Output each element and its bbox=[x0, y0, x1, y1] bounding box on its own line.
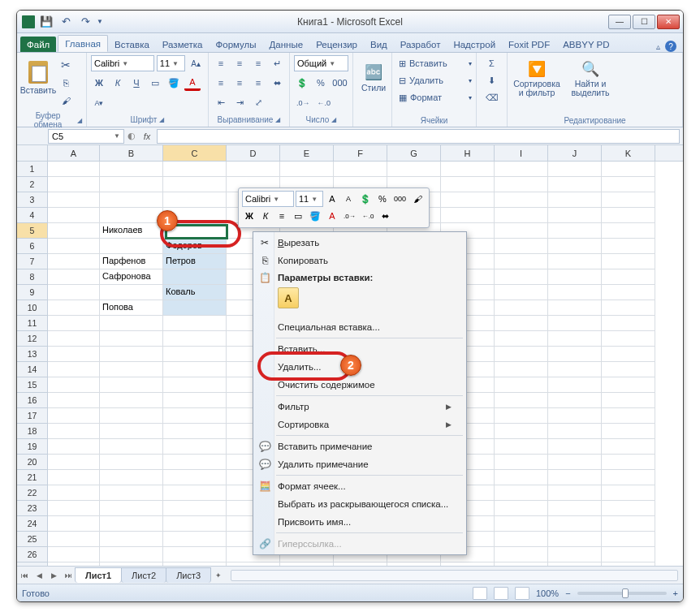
maximize-button[interactable]: ☐ bbox=[633, 15, 655, 29]
cell-A22[interactable] bbox=[48, 485, 100, 501]
row-header-10[interactable]: 10 bbox=[17, 300, 48, 316]
mini-bold[interactable]: Ж bbox=[242, 209, 257, 223]
cell-B26[interactable] bbox=[100, 547, 163, 562]
view-pagebreak-button[interactable] bbox=[515, 587, 529, 600]
cell-B9[interactable] bbox=[100, 285, 163, 300]
cell-I10[interactable] bbox=[495, 300, 548, 316]
col-header-B[interactable]: B bbox=[100, 145, 163, 161]
col-header-F[interactable]: F bbox=[334, 145, 387, 161]
cell-I9[interactable] bbox=[495, 285, 548, 300]
cell-C18[interactable] bbox=[163, 424, 227, 439]
sheet-nav-next[interactable]: ▶ bbox=[46, 571, 61, 580]
border-button[interactable]: ▭ bbox=[147, 75, 163, 91]
cell-H27[interactable] bbox=[441, 562, 495, 566]
format-painter-button[interactable]: 🖌 bbox=[58, 93, 74, 109]
italic-button[interactable]: К bbox=[110, 75, 126, 91]
cell-B10[interactable]: Попова bbox=[100, 300, 163, 316]
cell-A16[interactable] bbox=[48, 393, 100, 408]
tab-review[interactable]: Рецензир bbox=[309, 37, 364, 52]
cell-K1[interactable] bbox=[602, 162, 655, 177]
cell-I18[interactable] bbox=[495, 424, 548, 439]
cell-J2[interactable] bbox=[548, 177, 602, 192]
row-header-4[interactable]: 4 bbox=[17, 208, 48, 223]
row-header-25[interactable]: 25 bbox=[17, 532, 48, 547]
col-header-K[interactable]: K bbox=[602, 145, 655, 161]
cell-C9[interactable]: Коваль bbox=[163, 285, 227, 300]
mini-format-painter[interactable]: 🖌 bbox=[410, 192, 425, 206]
cell-J19[interactable] bbox=[548, 439, 602, 455]
cell-J9[interactable] bbox=[548, 285, 602, 300]
cell-C19[interactable] bbox=[163, 439, 227, 455]
col-header-G[interactable]: G bbox=[387, 145, 441, 161]
cell-C10[interactable] bbox=[163, 300, 227, 316]
cell-I25[interactable] bbox=[495, 532, 548, 547]
cell-C21[interactable] bbox=[163, 470, 227, 485]
tab-insert[interactable]: Вставка bbox=[108, 37, 156, 52]
cell-B21[interactable] bbox=[100, 470, 163, 485]
cell-A8[interactable] bbox=[48, 269, 100, 285]
cell-I20[interactable] bbox=[495, 455, 548, 470]
cell-K4[interactable] bbox=[602, 208, 655, 223]
cell-K5[interactable] bbox=[602, 223, 655, 239]
col-header-A[interactable]: A bbox=[48, 145, 100, 161]
cell-J21[interactable] bbox=[548, 470, 602, 485]
mini-italic[interactable]: К bbox=[258, 209, 273, 223]
cell-J22[interactable] bbox=[548, 485, 602, 501]
cell-E1[interactable] bbox=[280, 162, 334, 177]
cell-B19[interactable] bbox=[100, 439, 163, 455]
col-header-H[interactable]: H bbox=[441, 145, 495, 161]
cell-B3[interactable] bbox=[100, 192, 163, 208]
row-header-18[interactable]: 18 bbox=[17, 424, 48, 439]
cell-J13[interactable] bbox=[548, 347, 602, 362]
row-header-22[interactable]: 22 bbox=[17, 485, 48, 501]
cell-B13[interactable] bbox=[100, 347, 163, 362]
cell-B5[interactable]: Николаев bbox=[100, 223, 163, 239]
cell-I1[interactable] bbox=[495, 162, 548, 177]
comma-style-button[interactable]: 000 bbox=[331, 75, 348, 91]
worksheet-grid[interactable]: 12345Николаев6Федоров7ПарфеновПетров8Саф… bbox=[17, 162, 683, 566]
row-header-26[interactable]: 26 bbox=[17, 547, 48, 562]
cell-J5[interactable] bbox=[548, 223, 602, 239]
mini-font-combo[interactable]: Calibri▼ bbox=[242, 191, 294, 207]
qat-undo-button[interactable]: ↶ bbox=[58, 14, 74, 30]
wrap-text-button[interactable]: ↵ bbox=[269, 55, 285, 71]
mini-fill-color[interactable]: 🪣 bbox=[307, 209, 323, 223]
cell-A23[interactable] bbox=[48, 501, 100, 516]
cell-J23[interactable] bbox=[548, 501, 602, 516]
ctx-copy[interactable]: ⎘Копировать bbox=[253, 252, 466, 269]
cell-K25[interactable] bbox=[602, 532, 655, 547]
cell-F27[interactable] bbox=[334, 562, 387, 566]
cell-A25[interactable] bbox=[48, 532, 100, 547]
mini-font-color[interactable]: A bbox=[325, 209, 339, 223]
cell-J18[interactable] bbox=[548, 424, 602, 439]
sheet-tab-1[interactable]: Лист1 bbox=[75, 567, 122, 583]
cut-button[interactable]: ✂ bbox=[58, 57, 74, 73]
tab-layout[interactable]: Разметка bbox=[156, 37, 210, 52]
align-center-button[interactable]: ≡ bbox=[231, 75, 248, 91]
cell-J6[interactable] bbox=[548, 239, 602, 254]
cell-I24[interactable] bbox=[495, 516, 548, 532]
cell-C15[interactable] bbox=[163, 377, 227, 393]
cell-B2[interactable] bbox=[100, 177, 163, 192]
mini-size-combo[interactable]: 11▼ bbox=[296, 191, 323, 207]
cells-delete-button[interactable]: ⊟Удалить▾ bbox=[396, 72, 474, 88]
tab-view[interactable]: Вид bbox=[364, 37, 394, 52]
cell-A18[interactable] bbox=[48, 424, 100, 439]
cell-B25[interactable] bbox=[100, 532, 163, 547]
merge-button[interactable]: ⬌ bbox=[269, 75, 285, 91]
cell-A21[interactable] bbox=[48, 470, 100, 485]
cell-I26[interactable] bbox=[495, 547, 548, 562]
cell-K6[interactable] bbox=[602, 239, 655, 254]
cell-F1[interactable] bbox=[334, 162, 387, 177]
cell-G1[interactable] bbox=[387, 162, 441, 177]
sheet-nav-first[interactable]: ⏮ bbox=[17, 571, 32, 580]
ctx-paste-special[interactable]: Специальная вставка... bbox=[253, 318, 466, 336]
row-header-27[interactable]: 27 bbox=[17, 562, 48, 566]
cell-K15[interactable] bbox=[602, 377, 655, 393]
cell-A12[interactable] bbox=[48, 331, 100, 347]
row-header-1[interactable]: 1 bbox=[17, 162, 48, 177]
cell-I23[interactable] bbox=[495, 501, 548, 516]
select-all-corner[interactable] bbox=[17, 145, 48, 161]
cell-H1[interactable] bbox=[441, 162, 495, 177]
cell-A6[interactable] bbox=[48, 239, 100, 254]
